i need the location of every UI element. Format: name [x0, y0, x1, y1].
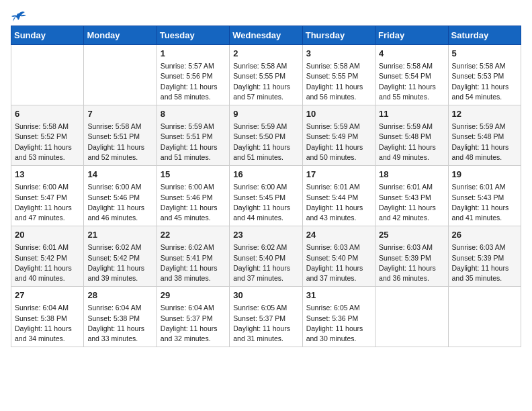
calendar-cell: 21Sunrise: 6:02 AMSunset: 5:42 PMDayligh…: [84, 226, 157, 287]
day-info: Sunrise: 6:01 AMSunset: 5:44 PMDaylight:…: [306, 182, 371, 223]
weekday-header-friday: Friday: [375, 26, 448, 45]
day-info: Sunrise: 5:59 AMSunset: 5:50 PMDaylight:…: [233, 122, 298, 163]
logo-bird-icon: [11, 11, 26, 23]
calendar-week-row: 6Sunrise: 5:58 AMSunset: 5:52 PMDaylight…: [11, 105, 521, 166]
day-number: 4: [379, 48, 444, 60]
calendar-cell: 24Sunrise: 6:03 AMSunset: 5:40 PMDayligh…: [302, 226, 375, 287]
calendar-cell: 31Sunrise: 6:05 AMSunset: 5:36 PMDayligh…: [302, 287, 375, 347]
day-number: 10: [306, 108, 371, 120]
day-number: 9: [233, 108, 298, 120]
calendar-table: SundayMondayTuesdayWednesdayThursdayFrid…: [11, 26, 521, 347]
day-number: 5: [452, 48, 517, 60]
day-number: 23: [233, 229, 298, 241]
calendar-cell: 27Sunrise: 6:04 AMSunset: 5:38 PMDayligh…: [11, 287, 84, 347]
calendar-week-row: 13Sunrise: 6:00 AMSunset: 5:47 PMDayligh…: [11, 166, 521, 226]
day-number: 18: [379, 169, 444, 181]
calendar-cell: 6Sunrise: 5:58 AMSunset: 5:52 PMDaylight…: [11, 105, 84, 166]
day-info: Sunrise: 6:01 AMSunset: 5:43 PMDaylight:…: [379, 182, 444, 223]
day-info: Sunrise: 6:00 AMSunset: 5:45 PMDaylight:…: [233, 182, 298, 223]
weekday-header-row: SundayMondayTuesdayWednesdayThursdayFrid…: [11, 26, 521, 45]
calendar-body: 1Sunrise: 5:57 AMSunset: 5:56 PMDaylight…: [11, 45, 521, 347]
calendar-week-row: 1Sunrise: 5:57 AMSunset: 5:56 PMDaylight…: [11, 45, 521, 105]
calendar-cell: 18Sunrise: 6:01 AMSunset: 5:43 PMDayligh…: [375, 166, 448, 226]
calendar-cell: 12Sunrise: 5:59 AMSunset: 5:48 PMDayligh…: [448, 105, 521, 166]
day-info: Sunrise: 5:58 AMSunset: 5:53 PMDaylight:…: [452, 61, 517, 102]
calendar-cell: 17Sunrise: 6:01 AMSunset: 5:44 PMDayligh…: [302, 166, 375, 226]
day-number: 7: [87, 108, 152, 120]
logo: [11, 11, 26, 20]
calendar-cell: 23Sunrise: 6:02 AMSunset: 5:40 PMDayligh…: [230, 226, 302, 287]
day-number: 3: [306, 48, 371, 60]
day-number: 30: [233, 289, 298, 302]
day-number: 27: [15, 289, 80, 302]
day-number: 15: [161, 169, 226, 181]
day-number: 19: [452, 169, 517, 181]
day-info: Sunrise: 6:02 AMSunset: 5:42 PMDaylight:…: [87, 242, 152, 283]
calendar-cell: [11, 45, 84, 105]
calendar-week-row: 27Sunrise: 6:04 AMSunset: 5:38 PMDayligh…: [11, 287, 521, 347]
day-number: 21: [87, 229, 152, 241]
calendar-cell: [375, 287, 448, 347]
day-info: Sunrise: 5:57 AMSunset: 5:56 PMDaylight:…: [161, 61, 226, 102]
day-number: 6: [15, 108, 80, 120]
weekday-header-wednesday: Wednesday: [230, 26, 302, 45]
calendar-cell: 1Sunrise: 5:57 AMSunset: 5:56 PMDaylight…: [157, 45, 229, 105]
calendar-cell: 7Sunrise: 5:58 AMSunset: 5:51 PMDaylight…: [84, 105, 157, 166]
day-info: Sunrise: 5:58 AMSunset: 5:55 PMDaylight:…: [233, 61, 298, 102]
day-info: Sunrise: 5:58 AMSunset: 5:51 PMDaylight:…: [87, 122, 152, 163]
day-info: Sunrise: 6:04 AMSunset: 5:38 PMDaylight:…: [15, 303, 80, 344]
day-info: Sunrise: 5:58 AMSunset: 5:54 PMDaylight:…: [379, 61, 444, 102]
calendar-cell: 8Sunrise: 5:59 AMSunset: 5:51 PMDaylight…: [157, 105, 229, 166]
day-info: Sunrise: 6:02 AMSunset: 5:41 PMDaylight:…: [161, 242, 226, 283]
day-info: Sunrise: 6:00 AMSunset: 5:46 PMDaylight:…: [87, 182, 152, 223]
calendar-cell: 14Sunrise: 6:00 AMSunset: 5:46 PMDayligh…: [84, 166, 157, 226]
day-info: Sunrise: 6:04 AMSunset: 5:37 PMDaylight:…: [161, 303, 226, 344]
day-info: Sunrise: 6:01 AMSunset: 5:42 PMDaylight:…: [15, 242, 80, 283]
page-header: [11, 11, 521, 20]
day-number: 28: [87, 289, 152, 302]
day-info: Sunrise: 6:02 AMSunset: 5:40 PMDaylight:…: [233, 242, 298, 283]
day-number: 22: [161, 229, 226, 241]
day-number: 17: [306, 169, 371, 181]
day-number: 25: [379, 229, 444, 241]
day-number: 31: [306, 289, 371, 302]
day-number: 20: [15, 229, 80, 241]
weekday-header-sunday: Sunday: [11, 26, 84, 45]
day-info: Sunrise: 6:00 AMSunset: 5:46 PMDaylight:…: [161, 182, 226, 223]
weekday-header-saturday: Saturday: [448, 26, 521, 45]
day-info: Sunrise: 6:03 AMSunset: 5:39 PMDaylight:…: [379, 242, 444, 283]
calendar-cell: 13Sunrise: 6:00 AMSunset: 5:47 PMDayligh…: [11, 166, 84, 226]
day-number: 2: [233, 48, 298, 60]
calendar-cell: [448, 287, 521, 347]
calendar-cell: 22Sunrise: 6:02 AMSunset: 5:41 PMDayligh…: [157, 226, 229, 287]
day-info: Sunrise: 6:03 AMSunset: 5:39 PMDaylight:…: [452, 242, 517, 283]
calendar-cell: 11Sunrise: 5:59 AMSunset: 5:48 PMDayligh…: [375, 105, 448, 166]
calendar-cell: 2Sunrise: 5:58 AMSunset: 5:55 PMDaylight…: [230, 45, 302, 105]
calendar-cell: 26Sunrise: 6:03 AMSunset: 5:39 PMDayligh…: [448, 226, 521, 287]
day-number: 1: [161, 48, 226, 60]
day-info: Sunrise: 5:59 AMSunset: 5:49 PMDaylight:…: [306, 122, 371, 163]
calendar-cell: 3Sunrise: 5:58 AMSunset: 5:55 PMDaylight…: [302, 45, 375, 105]
day-info: Sunrise: 6:05 AMSunset: 5:36 PMDaylight:…: [306, 303, 371, 344]
calendar-cell: 4Sunrise: 5:58 AMSunset: 5:54 PMDaylight…: [375, 45, 448, 105]
calendar-cell: 30Sunrise: 6:05 AMSunset: 5:37 PMDayligh…: [230, 287, 302, 347]
day-info: Sunrise: 6:05 AMSunset: 5:37 PMDaylight:…: [233, 303, 298, 344]
day-info: Sunrise: 6:03 AMSunset: 5:40 PMDaylight:…: [306, 242, 371, 283]
day-number: 14: [87, 169, 152, 181]
day-number: 13: [15, 169, 80, 181]
calendar-cell: 9Sunrise: 5:59 AMSunset: 5:50 PMDaylight…: [230, 105, 302, 166]
calendar-cell: 25Sunrise: 6:03 AMSunset: 5:39 PMDayligh…: [375, 226, 448, 287]
calendar-cell: 15Sunrise: 6:00 AMSunset: 5:46 PMDayligh…: [157, 166, 229, 226]
calendar-cell: 29Sunrise: 6:04 AMSunset: 5:37 PMDayligh…: [157, 287, 229, 347]
calendar-cell: 28Sunrise: 6:04 AMSunset: 5:38 PMDayligh…: [84, 287, 157, 347]
day-info: Sunrise: 5:59 AMSunset: 5:48 PMDaylight:…: [379, 122, 444, 163]
weekday-header-monday: Monday: [84, 26, 157, 45]
calendar-cell: 5Sunrise: 5:58 AMSunset: 5:53 PMDaylight…: [448, 45, 521, 105]
day-info: Sunrise: 5:59 AMSunset: 5:51 PMDaylight:…: [161, 122, 226, 163]
weekday-header-thursday: Thursday: [302, 26, 375, 45]
day-number: 29: [161, 289, 226, 302]
day-number: 24: [306, 229, 371, 241]
calendar-cell: 19Sunrise: 6:01 AMSunset: 5:43 PMDayligh…: [448, 166, 521, 226]
calendar-week-row: 20Sunrise: 6:01 AMSunset: 5:42 PMDayligh…: [11, 226, 521, 287]
day-info: Sunrise: 6:01 AMSunset: 5:43 PMDaylight:…: [452, 182, 517, 223]
